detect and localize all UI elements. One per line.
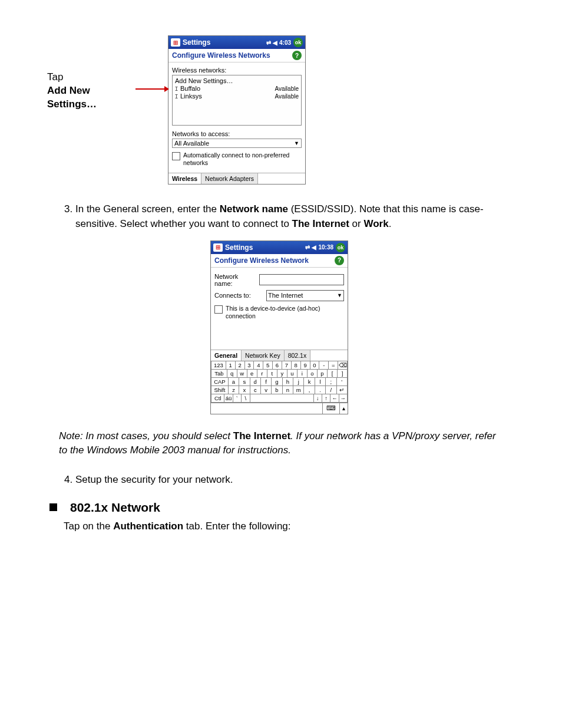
key[interactable]: x: [239, 386, 250, 394]
keyboard-icon[interactable]: ⌨: [322, 403, 339, 414]
key[interactable]: 8: [292, 361, 301, 370]
bottom-tabs: General Network Key 802.1x: [211, 350, 348, 361]
key[interactable]: n: [283, 386, 293, 394]
step-3-text: In the General screen, enter the Network…: [75, 202, 515, 231]
help-icon[interactable]: ?: [335, 256, 344, 265]
key[interactable]: 0: [310, 361, 320, 370]
auto-connect-checkbox[interactable]: [172, 152, 180, 160]
list-item-add-new[interactable]: Add New Settings…: [175, 77, 299, 84]
key[interactable]: e: [247, 370, 257, 378]
help-icon[interactable]: ?: [292, 51, 302, 60]
key[interactable]: -: [319, 361, 329, 370]
key[interactable]: y: [277, 370, 287, 378]
key[interactable]: t: [267, 370, 277, 378]
key[interactable]: w: [237, 370, 247, 378]
key[interactable]: b: [272, 386, 282, 394]
key[interactable]: Tab: [211, 370, 227, 378]
key-enter-icon[interactable]: ↵: [337, 386, 348, 394]
key[interactable]: 2: [236, 361, 245, 370]
key[interactable]: 4: [254, 361, 263, 370]
key[interactable]: [: [328, 370, 338, 378]
connectivity-icon: ⇄: [305, 244, 310, 251]
key[interactable]: z: [229, 386, 239, 394]
key[interactable]: p: [318, 370, 328, 378]
key[interactable]: áü: [224, 394, 233, 403]
tab-wireless[interactable]: Wireless: [168, 173, 201, 184]
auto-connect-row[interactable]: Automatically connect to non-preferred n…: [172, 151, 302, 167]
soft-keyboard[interactable]: 123 1 2 3 4 5 6 7 8 9 0 - = ⌫ Tab q w e …: [211, 361, 348, 403]
ok-button[interactable]: ok: [293, 38, 303, 47]
key[interactable]: c: [250, 386, 261, 394]
networks-listbox[interactable]: Add New Settings… ⵊ Buffalo Available ⵊ …: [172, 75, 302, 126]
key[interactable]: u: [287, 370, 297, 378]
key[interactable]: ': [337, 378, 348, 386]
key[interactable]: k: [304, 378, 315, 386]
tab-8021x[interactable]: 802.1x: [285, 350, 311, 361]
key[interactable]: s: [239, 378, 250, 386]
key[interactable]: 6: [273, 361, 282, 370]
adhoc-checkbox[interactable]: [214, 305, 223, 314]
key-down-icon[interactable]: ↓: [314, 394, 322, 403]
key[interactable]: g: [272, 378, 282, 386]
key[interactable]: ]: [338, 370, 348, 378]
adhoc-row[interactable]: This is a device-to-device (ad-hoc) conn…: [214, 305, 344, 320]
key[interactable]: Shift: [211, 386, 229, 394]
key[interactable]: 9: [301, 361, 310, 370]
key[interactable]: m: [293, 386, 304, 394]
key[interactable]: f: [261, 378, 272, 386]
key-backspace-icon[interactable]: ⌫: [338, 361, 348, 370]
key[interactable]: CAP: [211, 378, 229, 386]
key[interactable]: ;: [326, 378, 336, 386]
key[interactable]: j: [293, 378, 304, 386]
figure-configure-networks: Tap Add New Settings… ⊞ Settings ⇄ ◀ 4:0…: [47, 35, 515, 185]
key[interactable]: 7: [282, 361, 292, 370]
networks-to-access-dropdown[interactable]: All Available ▼: [172, 139, 302, 148]
key[interactable]: r: [257, 370, 267, 378]
network-status: Available: [275, 93, 299, 100]
key[interactable]: 123: [211, 361, 226, 370]
add-new-label: Add New Settings…: [175, 77, 233, 84]
key[interactable]: `: [233, 394, 242, 403]
key-left-icon[interactable]: ←: [330, 394, 339, 403]
key[interactable]: ,: [304, 386, 315, 394]
list-item[interactable]: ⵊ Buffalo Available: [175, 85, 299, 92]
tab-general[interactable]: General: [211, 350, 242, 361]
step-4-text: Setup the security for your network.: [75, 473, 515, 487]
key[interactable]: 5: [263, 361, 273, 370]
signal-icon: ⵊ: [175, 85, 178, 92]
tab-network-key[interactable]: Network Key: [242, 350, 285, 361]
ok-button[interactable]: ok: [336, 243, 345, 252]
key[interactable]: q: [227, 370, 237, 378]
status-icons: ⇄ ◀ 4:03: [266, 39, 291, 46]
section-heading-8021x: 802.1x Network: [47, 500, 515, 515]
key[interactable]: a: [229, 378, 239, 386]
key[interactable]: Ctl: [211, 394, 224, 403]
key[interactable]: 3: [245, 361, 254, 370]
key[interactable]: l: [315, 378, 326, 386]
list-item[interactable]: ⵊ Linksys Available: [175, 93, 299, 100]
speaker-icon: ◀: [273, 39, 277, 46]
key[interactable]: /: [326, 386, 336, 394]
key[interactable]: =: [329, 361, 338, 370]
key[interactable]: i: [297, 370, 308, 378]
key[interactable]: v: [261, 386, 272, 394]
key-right-icon[interactable]: →: [339, 394, 348, 403]
key[interactable]: .: [315, 386, 326, 394]
key[interactable]: \: [242, 394, 250, 403]
key[interactable]: h: [283, 378, 293, 386]
network-name-input[interactable]: [259, 274, 344, 285]
key[interactable]: d: [250, 378, 261, 386]
row-connects-to: Connects to: The Internet ▼: [214, 290, 344, 301]
key[interactable]: 1: [226, 361, 236, 370]
tab-network-adapters[interactable]: Network Adapters: [201, 173, 258, 184]
key-space[interactable]: [250, 394, 314, 403]
bottom-tabs: Wireless Network Adapters: [168, 173, 305, 184]
connects-to-dropdown[interactable]: The Internet ▼: [266, 290, 344, 301]
auto-connect-label: Automatically connect to non-preferred n…: [183, 151, 302, 167]
adhoc-label: This is a device-to-device (ad-hoc) conn…: [226, 305, 344, 320]
key[interactable]: o: [308, 370, 318, 378]
network-name: Buffalo: [180, 85, 200, 92]
key-up-icon[interactable]: ↑: [322, 394, 330, 403]
windows-flag-icon: ⊞: [213, 243, 223, 252]
sip-up-icon[interactable]: ▴: [339, 403, 348, 414]
